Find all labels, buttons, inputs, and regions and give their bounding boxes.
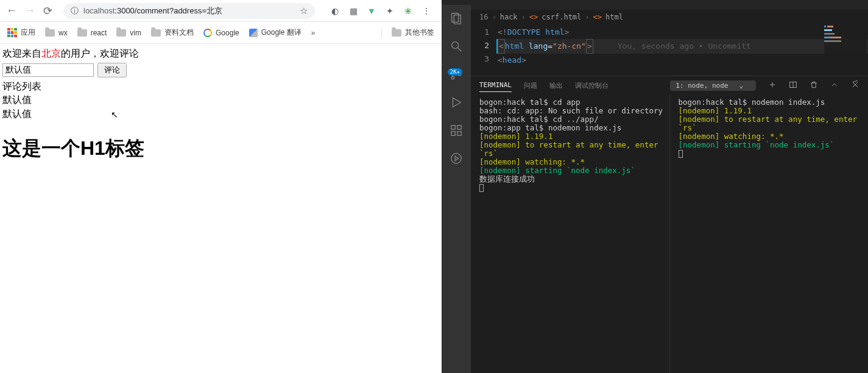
terminal-1[interactable]: bogon:hack tal$ cd appbash: cd: app: No … [471,94,669,373]
debug-icon[interactable] [449,95,464,110]
page-body: 欢迎来自北京的用户，欢迎评论 评论 评论列表 默认值 默认值 这是一个H1标签 [0,44,442,165]
chevron-right-icon: › [521,13,526,21]
bookmark-wx[interactable]: wx [45,29,68,37]
bookmarks-bar: 应用 wx react vim 资料文档 Google Google 翻译 » … [0,22,442,44]
close-panel-icon[interactable] [851,80,859,91]
new-terminal-icon[interactable] [768,80,777,91]
chevron-up-icon[interactable] [830,80,839,91]
apps-icon [7,28,17,38]
bottom-panel: TERMINAL 问题 输出 调试控制台 1: node, node ⌄ [471,76,868,373]
svg-rect-11 [457,132,461,135]
ext-icon-2[interactable]: ▦ [348,5,359,16]
nav-reload-icon[interactable]: ⟳ [43,4,52,18]
bookmark-label: 资料文档 [164,27,194,38]
svg-point-12 [451,154,462,164]
bc-file: csrf.html [542,13,581,21]
code-line: <html lang="zh-cn">You, seconds ago • Un… [496,39,868,54]
tab-output[interactable]: 输出 [549,79,563,93]
source-control-icon[interactable]: 2K+ [449,67,464,82]
bookmark-label: react [91,29,107,37]
svg-rect-8 [451,126,455,129]
bookmark-google[interactable]: Google [203,29,239,37]
svg-line-17 [853,80,858,82]
code-line: <!DOCTYPE html> [498,26,868,39]
ext-icon-1[interactable]: ◐ [330,5,340,16]
terminal-select-value: 1: node, node [676,82,728,90]
folder-icon [77,29,87,37]
search-icon[interactable] [449,39,464,54]
welcome-text: 欢迎来自北京的用户，欢迎评论 [2,48,439,60]
trash-icon[interactable] [810,80,818,91]
line-gutter: 1 2 3 [471,24,498,76]
minimap[interactable] [824,24,867,73]
nav-back-icon[interactable]: ← [6,4,16,17]
line-number: 1 [471,26,489,39]
tab-problems[interactable]: 问题 [524,79,537,93]
svg-rect-10 [451,132,455,135]
comment-input[interactable] [2,63,94,77]
bookmark-star-icon[interactable]: ☆ [300,5,308,16]
bookmark-react[interactable]: react [77,29,107,37]
breadcrumb[interactable]: 16 › hack › <> csrf.html › <> html [471,10,868,24]
folder-icon [151,29,161,37]
bookmarks-overflow[interactable]: » [311,29,316,37]
apps-shortcut[interactable]: 应用 [7,27,35,38]
other-bookmarks[interactable]: 其他书签 [392,27,434,38]
extensions-area: ◐ ▦ ▼ ✦ ❀ ⋮ [326,5,436,16]
split-terminal-icon[interactable] [789,80,797,91]
code-line: <head> [498,54,868,67]
browser-toolbar: ← → ⟳ ⓘ localhost:3000/comment?address=北… [0,0,442,22]
scm-badge: 2K+ [448,68,462,76]
page-heading: 这是一个H1标签 [2,135,439,162]
list-title: 评论列表 [2,80,439,93]
welcome-pre: 欢迎来自 [2,48,41,59]
code-editor[interactable]: 1 2 3 <!DOCTYPE html><html lang="zh-cn">… [471,24,868,76]
tab-bar[interactable] [471,5,868,10]
tab-terminal[interactable]: TERMINAL [479,79,512,92]
chevron-right-icon: › [585,13,589,21]
terminal-select[interactable]: 1: node, node ⌄ [670,80,756,91]
terminals: bogon:hack tal$ cd appbash: cd: app: No … [471,94,868,373]
folder-icon [45,29,55,37]
explorer-icon[interactable] [449,11,464,26]
chevron-right-icon: › [492,13,496,21]
translate-icon [249,29,258,37]
liveshare-icon[interactable] [449,151,464,166]
nav-forward-icon[interactable]: → [24,4,34,17]
bookmark-docs[interactable]: 资料文档 [151,27,194,38]
address-bar[interactable]: ⓘ localhost:3000/comment?address=北京 ☆ [63,3,315,19]
bc-num: 16 [479,13,488,21]
extensions-icon[interactable]: ✦ [384,5,395,16]
bc-folder: hack [500,13,518,21]
url-path: :3000/comment?address=北京 [115,6,222,15]
terminal-2[interactable]: bogon:hack tal$ nodemon index.js[nodemon… [669,94,869,373]
vscode-window: 2K+ 16 › hack › <> csrf.html › <> html 1 [442,0,868,373]
tab-debug-console[interactable]: 调试控制台 [575,79,609,93]
chrome-menu-icon[interactable]: ⋮ [421,5,432,16]
bookmark-translate[interactable]: Google 翻译 [249,27,302,38]
svg-line-3 [458,48,462,52]
titlebar [442,0,868,5]
svg-rect-9 [457,126,461,129]
vue-devtools-icon[interactable]: ▼ [366,5,377,16]
bookmark-label: Google 翻译 [261,27,302,38]
chevron-down-icon: ⌄ [739,82,743,90]
ext-icon-3[interactable]: ❀ [403,5,414,16]
line-number: 3 [471,52,489,66]
vscode-body: 2K+ 16 › hack › <> csrf.html › <> html 1 [442,5,868,373]
code-content[interactable]: <!DOCTYPE html><html lang="zh-cn">You, s… [498,24,868,76]
editor-area: 16 › hack › <> csrf.html › <> html 1 2 3… [471,5,868,373]
svg-marker-7 [453,98,461,107]
separator [381,28,382,38]
bc-node: html [605,13,623,21]
site-info-icon[interactable]: ⓘ [71,5,79,16]
bookmark-label: vim [130,29,141,37]
extensions-icon[interactable] [449,123,464,138]
submit-button[interactable]: 评论 [97,63,127,77]
bookmark-vim[interactable]: vim [116,29,141,37]
bookmark-label: wx [58,29,68,37]
activity-bar: 2K+ [442,5,471,373]
bookmark-label: 其他书签 [405,27,434,38]
browser-window: ← → ⟳ ⓘ localhost:3000/comment?address=北… [0,0,442,373]
welcome-post: 的用户，欢迎评论 [61,48,139,59]
